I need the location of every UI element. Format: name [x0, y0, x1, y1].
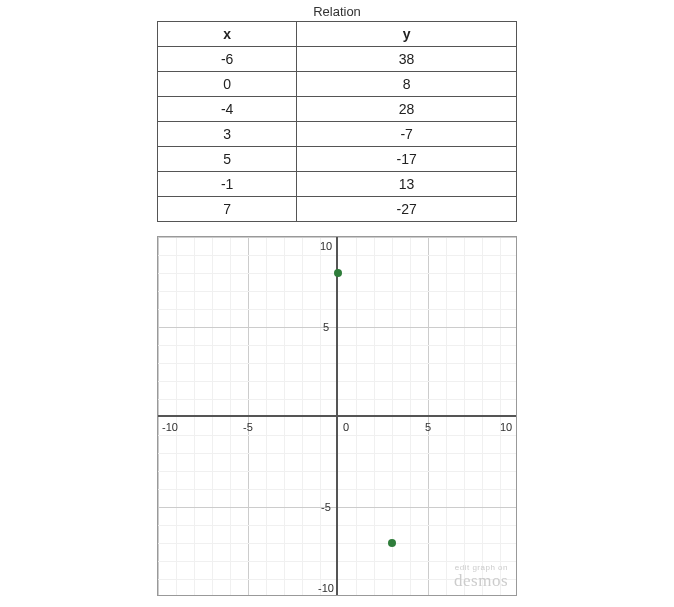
cell-x: -4	[158, 97, 297, 122]
table-row: 5 -17	[158, 147, 517, 172]
cell-y: 38	[297, 47, 517, 72]
x-axis	[158, 415, 516, 417]
cell-y: 28	[297, 97, 517, 122]
cell-y: -17	[297, 147, 517, 172]
col-header-x: x	[158, 22, 297, 47]
x-tick-label: 10	[500, 421, 512, 433]
desmos-brand-big: desmos	[454, 572, 508, 589]
table-title: Relation	[0, 4, 674, 19]
table-row: -1 13	[158, 172, 517, 197]
cell-x: -6	[158, 47, 297, 72]
cell-y: -27	[297, 197, 517, 222]
col-header-y: y	[297, 22, 517, 47]
table-row: 3 -7	[158, 122, 517, 147]
table-row: 7 -27	[158, 197, 517, 222]
table-row: 0 8	[158, 72, 517, 97]
cell-y: 13	[297, 172, 517, 197]
table-row: -4 28	[158, 97, 517, 122]
cell-y: -7	[297, 122, 517, 147]
desmos-brand[interactable]: edit graph ondesmos	[454, 564, 508, 589]
scatter-plot[interactable]: -10-50510-10-5510edit graph ondesmos	[157, 236, 517, 596]
data-point[interactable]	[334, 269, 342, 277]
cell-x: -1	[158, 172, 297, 197]
cell-x: 5	[158, 147, 297, 172]
x-tick-label: -5	[243, 421, 253, 433]
x-tick-label: 0	[343, 421, 349, 433]
x-tick-label: -10	[162, 421, 178, 433]
cell-x: 7	[158, 197, 297, 222]
y-tick-label: 10	[320, 240, 332, 252]
data-point[interactable]	[388, 539, 396, 547]
relation-table: x y -6 38 0 8 -4 28 3 -7 5 -17	[157, 21, 517, 222]
cell-y: 8	[297, 72, 517, 97]
x-tick-label: 5	[425, 421, 431, 433]
cell-x: 0	[158, 72, 297, 97]
y-tick-label: 5	[323, 321, 329, 333]
table-row: -6 38	[158, 47, 517, 72]
y-tick-label: -5	[321, 501, 331, 513]
cell-x: 3	[158, 122, 297, 147]
y-tick-label: -10	[318, 582, 334, 594]
